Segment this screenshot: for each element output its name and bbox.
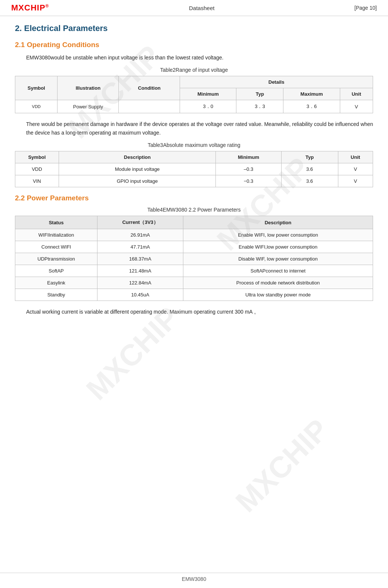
t3-header-typ: Typ — [281, 151, 338, 163]
t4-row2-status: Connect WIFI — [15, 241, 97, 253]
t2-row1-typ: 3．3 — [236, 100, 283, 113]
t2-row1-symbol: VDD — [15, 100, 58, 113]
table3-caption: Table3Absolute maximum voltage rating — [15, 142, 373, 148]
page-header: MXCHIP® Datasheet [Page 10] — [0, 0, 388, 16]
t3-row2-symbol: VIN — [15, 175, 59, 187]
t3-row1-symbol: VDD — [15, 163, 59, 175]
table-row: Connect WIFI 47.71mA Enable WIFI,low pow… — [15, 241, 373, 253]
t3-row1-minimum: –0.3 — [216, 163, 281, 175]
table4-caption: Table4EMW3080 2.2 Power Parameters — [15, 207, 373, 213]
t4-row4-description: SoftAPconnect to internet — [183, 265, 373, 277]
t4-row4-status: SoftAP — [15, 265, 97, 277]
t4-row5-description: Process of module network distribution — [183, 277, 373, 289]
table-row: WIFIInitialization 26.91mA Enable WIFI, … — [15, 229, 373, 241]
t4-row3-description: Disable WIF, low power consumption — [183, 253, 373, 265]
table2: Symbol Illustration Condition Details Mi… — [15, 76, 373, 113]
t4-row1-status: WIFIInitialization — [15, 229, 97, 241]
t4-row3-current: 168.37mA — [97, 253, 183, 265]
section21-body2: There would be permanent damage in hardw… — [26, 120, 373, 137]
t2-row1-condition — [119, 100, 180, 113]
table-row: VDD Module input voltage –0.3 3.6 V — [15, 163, 373, 175]
t4-row1-current: 26.91mA — [97, 229, 183, 241]
table-row: VIN GPIO input voltage −0.3 3.6 V — [15, 175, 373, 187]
table-row: Easylink 122.84mA Process of module netw… — [15, 277, 373, 289]
section22-title: 2.2 Power Parameters — [15, 194, 373, 202]
t2-row1-minimum: 3．0 — [180, 100, 236, 113]
t4-row6-current: 10.45uA — [97, 289, 183, 301]
main-content: 2. Electrical Parameters 2.1 Operating C… — [0, 16, 388, 331]
t3-header-unit: Unit — [338, 151, 373, 163]
table-row: VDD Power Supply 3．0 3．3 3．6 V — [15, 100, 373, 113]
t3-row1-unit: V — [338, 163, 373, 175]
t4-row1-description: Enable WIFI, low power consumption — [183, 229, 373, 241]
t4-row4-current: 121.48mA — [97, 265, 183, 277]
t3-header-symbol: Symbol — [15, 151, 59, 163]
t2-header-maximum: Maximum — [283, 88, 340, 100]
watermark-4: MXCHIP — [229, 412, 335, 519]
table4: Status Current（3V3） Description WIFIInit… — [15, 216, 373, 301]
t2-row1-maximum: 3．6 — [283, 100, 340, 113]
t2-row1-illustration: Power Supply — [58, 100, 119, 113]
table-row: SoftAP 121.48mA SoftAPconnect to interne… — [15, 265, 373, 277]
t4-row2-description: Enable WIFI,low power consumption — [183, 241, 373, 253]
table-row: UDPtransmission 168.37mA Disable WIF, lo… — [15, 253, 373, 265]
logo: MXCHIP® — [11, 3, 49, 13]
t4-header-status: Status — [15, 216, 97, 229]
t4-row6-description: Ultra low standby power mode — [183, 289, 373, 301]
t3-row1-description: Module input voltage — [59, 163, 216, 175]
section21-title: 2.1 Operating Conditions — [15, 41, 373, 49]
t4-header-current: Current（3V3） — [97, 216, 183, 229]
t2-header-illustration: Illustration — [58, 76, 119, 100]
t2-header-unit: Unit — [340, 88, 373, 100]
t3-header-minimum: Minimum — [216, 151, 281, 163]
t3-header-description: Description — [59, 151, 216, 163]
t2-header-typ: Typ — [236, 88, 283, 100]
t3-row1-typ: 3.6 — [281, 163, 338, 175]
table-row: Standby 10.45uA Ultra low standby power … — [15, 289, 373, 301]
t2-header-minimum: Minimum — [180, 88, 236, 100]
t2-header-symbol: Symbol — [15, 76, 58, 100]
t4-row2-current: 47.71mA — [97, 241, 183, 253]
table2-caption: Table2Range of input voltage — [15, 67, 373, 73]
t3-row2-minimum: −0.3 — [216, 175, 281, 187]
t3-row2-typ: 3.6 — [281, 175, 338, 187]
section21-intro: EMW3080would be unstable when input volt… — [26, 53, 373, 62]
t2-header-details: Details — [180, 76, 373, 88]
t3-row2-unit: V — [338, 175, 373, 187]
header-title: Datasheet — [189, 5, 214, 11]
t4-row5-status: Easylink — [15, 277, 97, 289]
t2-header-condition: Condition — [119, 76, 180, 100]
header-page: [Page 10] — [354, 5, 377, 11]
page-footer: EMW3080 — [0, 573, 388, 582]
t2-row1-unit: V — [340, 100, 373, 113]
t3-row2-description: GPIO input voltage — [59, 175, 216, 187]
table3: Symbol Description Minimum Typ Unit VDD … — [15, 151, 373, 187]
section22-note: Actual working current is variable at di… — [26, 308, 373, 316]
footer-text: EMW3080 — [182, 576, 206, 582]
section2-title: 2. Electrical Parameters — [15, 24, 373, 33]
t4-header-description: Description — [183, 216, 373, 229]
t4-row3-status: UDPtransmission — [15, 253, 97, 265]
t4-row5-current: 122.84mA — [97, 277, 183, 289]
t4-row6-status: Standby — [15, 289, 97, 301]
